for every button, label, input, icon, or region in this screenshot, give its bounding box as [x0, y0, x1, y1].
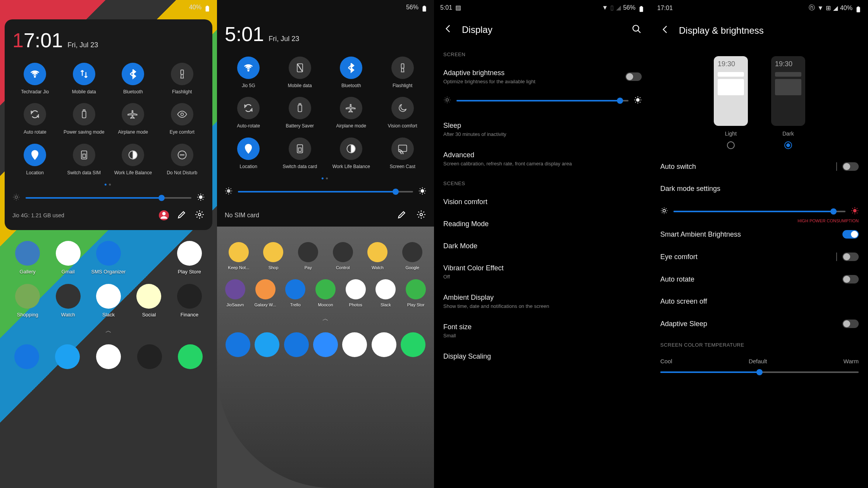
row-dark-mode[interactable]: Dark Mode: [434, 235, 651, 257]
radio-dark[interactable]: [784, 141, 792, 149]
qs-tile-wlb[interactable]: Work Life Balance: [110, 144, 156, 175]
app-Pay[interactable]: Pay: [292, 242, 324, 270]
chevron-up-icon[interactable]: ︿: [0, 324, 217, 338]
qs-tile-torch[interactable]: Flashlight: [379, 57, 427, 88]
qs-tile-eye[interactable]: Eye comfort: [160, 103, 205, 135]
dock-gmail[interactable]: [372, 332, 396, 357]
row-ambient-display[interactable]: Ambient DisplayShow time, date and notif…: [434, 287, 651, 316]
app-Play Stor[interactable]: Play Stor: [401, 279, 430, 307]
qs-tile-wifi[interactable]: Jio 5G: [225, 57, 272, 88]
qs-tile-sim[interactable]: Switch data SIM: [62, 144, 107, 175]
qs-tile-pin[interactable]: Location: [12, 144, 58, 175]
app-Google[interactable]: Google: [396, 242, 429, 270]
toggle[interactable]: [842, 253, 859, 261]
row-advanced[interactable]: AdvancedScreen calibration, refresh rate…: [434, 144, 651, 174]
app-Watch[interactable]: Watch: [50, 284, 86, 318]
qs-tile-updown[interactable]: Mobile data: [62, 63, 107, 95]
app-JioSaavn[interactable]: JioSaavn: [221, 279, 250, 307]
qs-tile-battery[interactable]: Battery Saver: [276, 97, 324, 129]
theme-dark[interactable]: 19:30 Dark: [771, 56, 805, 149]
dock-phone[interactable]: [14, 344, 39, 369]
chevron-up-icon[interactable]: ︿: [217, 312, 434, 326]
app-Keep Not...[interactable]: Keep Not...: [222, 242, 255, 270]
app-Control[interactable]: Control: [327, 242, 359, 270]
app-Slack[interactable]: Slack: [90, 284, 127, 318]
brightness-slider[interactable]: [225, 187, 426, 196]
color-temp-slider[interactable]: [651, 371, 868, 373]
row-font-size[interactable]: Font sizeSmall: [434, 316, 651, 345]
qs-tile-wifi[interactable]: Techradar Jio: [12, 63, 58, 95]
row-adaptive-brightness[interactable]: Adaptive brightnessOptimize brightness f…: [434, 62, 651, 91]
qs-tile-bt[interactable]: Bluetooth: [110, 63, 156, 95]
user-avatar[interactable]: [159, 210, 169, 220]
row-dark-mode-settings[interactable]: Dark mode settings: [651, 178, 868, 200]
back-icon[interactable]: [443, 24, 453, 36]
dock-chrome[interactable]: [342, 332, 367, 357]
app-Finance[interactable]: Finance: [171, 284, 208, 318]
page-indicator[interactable]: ●●: [12, 182, 205, 187]
qs-tile-nosim[interactable]: Mobile data: [276, 57, 324, 88]
qs-tile-bt[interactable]: Bluetooth: [327, 57, 375, 88]
qs-tile-plane[interactable]: Airplane mode: [327, 97, 375, 129]
page-indicator[interactable]: ●●: [225, 175, 426, 181]
qs-tile-wlb[interactable]: Work Life Balance: [327, 137, 375, 169]
toggle[interactable]: [842, 162, 859, 171]
brightness-slider[interactable]: [434, 96, 651, 105]
qs-tile-torch[interactable]: Flashlight: [160, 63, 205, 95]
search-icon[interactable]: [632, 24, 642, 36]
edit-icon[interactable]: [397, 210, 407, 221]
dock-whatsapp[interactable]: [178, 344, 203, 369]
row-auto-rotate[interactable]: Auto rotate: [651, 268, 868, 290]
dock-messages[interactable]: [284, 332, 309, 357]
settings-icon[interactable]: [195, 210, 205, 221]
dock-twitter[interactable]: [255, 332, 279, 357]
row-auto-screen-off[interactable]: Auto screen off: [651, 290, 868, 313]
qs-tile-cast[interactable]: Screen Cast: [379, 137, 427, 169]
dock-zoom[interactable]: [313, 332, 338, 357]
dock-whatsapp[interactable]: [401, 332, 425, 357]
toggle[interactable]: [842, 320, 859, 328]
app-Trello[interactable]: Trello: [281, 279, 310, 307]
qs-tile-sim[interactable]: Switch data card: [276, 137, 324, 169]
app-Photos[interactable]: Photos: [341, 279, 370, 307]
row-eye-comfort[interactable]: Eye comfort: [651, 246, 868, 268]
qs-tile-battery[interactable]: Power saving mode: [62, 103, 107, 135]
app-Social[interactable]: Social: [131, 284, 167, 318]
qs-tile-plane[interactable]: Airplane mode: [110, 103, 156, 135]
radio-light[interactable]: [727, 141, 735, 149]
theme-light[interactable]: 19:30 Light: [714, 56, 748, 149]
row-adaptive-sleep[interactable]: Adaptive Sleep: [651, 313, 868, 335]
qs-tile-moon[interactable]: Vision comfort: [379, 97, 427, 129]
brightness-slider[interactable]: [651, 207, 868, 216]
row-auto-switch[interactable]: Auto switch: [651, 155, 868, 178]
row-vibrant-color-effect[interactable]: Vibrant Color EffectOff: [434, 257, 651, 287]
qs-tile-dnd[interactable]: Do Not Disturb: [160, 144, 205, 175]
app-Slack[interactable]: Slack: [372, 279, 400, 307]
app-Play Store[interactable]: Play Store: [171, 241, 208, 275]
app-Moocon[interactable]: Moocon: [311, 279, 340, 307]
dock-chrome[interactable]: [96, 344, 121, 369]
row-reading-mode[interactable]: Reading Mode: [434, 213, 651, 235]
row-sleep[interactable]: SleepAfter 30 minutes of inactivity: [434, 115, 651, 144]
qs-tile-pin[interactable]: Location: [225, 137, 272, 169]
toggle[interactable]: [842, 230, 859, 239]
qs-tile-rotate[interactable]: Auto-rotate: [225, 97, 272, 129]
dock-phone[interactable]: [226, 332, 250, 357]
settings-icon[interactable]: [416, 210, 426, 221]
app-Galaxy W...[interactable]: Galaxy W...: [251, 279, 280, 307]
app-Gmail[interactable]: Gmail: [50, 241, 86, 275]
app-Watch[interactable]: Watch: [362, 242, 394, 270]
back-icon[interactable]: [660, 24, 670, 37]
toggle-adaptive[interactable]: [625, 72, 642, 81]
app-Gallery[interactable]: Gallery: [9, 241, 46, 275]
app-Shopping[interactable]: Shopping: [9, 284, 46, 318]
dock-camera[interactable]: [137, 344, 162, 369]
dock-twitter[interactable]: [55, 344, 80, 369]
row-smart-ambient-brightness[interactable]: Smart Ambient Brightness: [651, 223, 868, 246]
edit-icon[interactable]: [177, 210, 187, 221]
row-vision-comfort[interactable]: Vision comfort: [434, 191, 651, 213]
app-SMS Organizer[interactable]: SMS Organizer: [90, 241, 127, 275]
app-Shop[interactable]: Shop: [257, 242, 290, 270]
qs-tile-rotate[interactable]: Auto rotate: [12, 103, 58, 135]
toggle[interactable]: [842, 275, 859, 284]
